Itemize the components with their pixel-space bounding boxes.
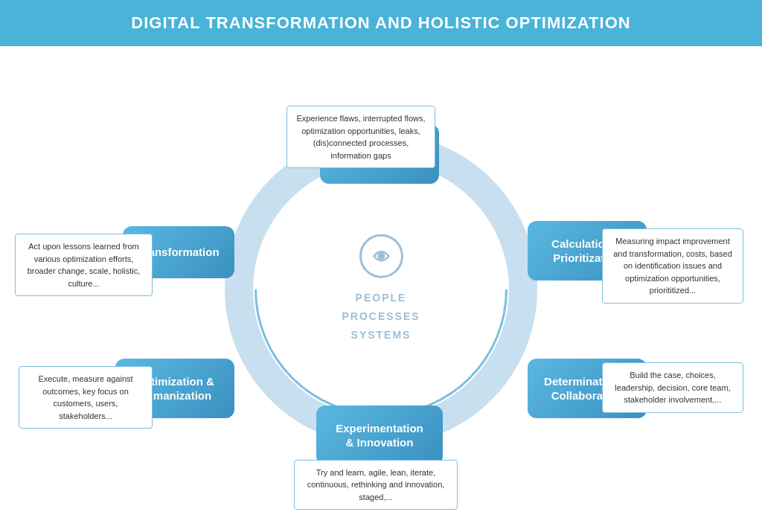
callout-left-bottom: Execute, measure against outcomes, key f… — [19, 366, 153, 429]
center-text: PEOPLE PROCESSES SYSTEMS — [342, 289, 420, 345]
callout-bottom: Try and learn, agile, lean, iterate, con… — [294, 460, 458, 510]
callout-top: Experience flaws, interrupted flows, opt… — [286, 106, 435, 168]
callout-left-top: Act upon lessons learned from various op… — [15, 234, 153, 296]
svg-point-1 — [377, 252, 385, 260]
callout-right-top: Measuring impact improvement and transfo… — [602, 228, 743, 304]
center-content: PEOPLE PROCESSES SYSTEMS — [342, 234, 420, 345]
page-header: DIGITAL TRANSFORMATION AND HOLISTIC OPTI… — [0, 0, 762, 46]
box-experimentation: Experimentation & Innovation — [316, 406, 443, 465]
callout-right-bottom: Build the case, choices, leadership, dec… — [602, 362, 743, 413]
header-title: DIGITAL TRANSFORMATION AND HOLISTIC OPTI… — [131, 13, 630, 32]
center-logo — [359, 234, 403, 278]
main-content: PEOPLE PROCESSES SYSTEMS Identification … — [0, 46, 762, 532]
